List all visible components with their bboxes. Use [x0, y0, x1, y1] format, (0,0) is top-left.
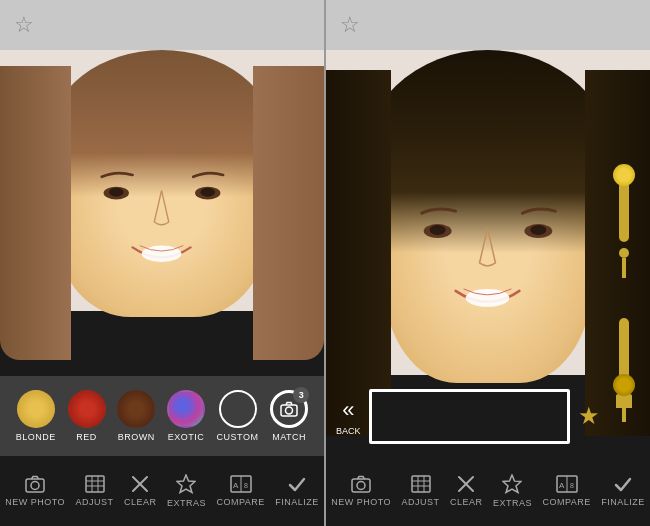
eraser-icon [612, 394, 636, 422]
toolbar-clear-left[interactable]: CLEAR [124, 475, 157, 507]
clear-icon-left [131, 475, 149, 493]
contrast-slider-track[interactable] [619, 318, 629, 388]
toolbar-compare-right[interactable]: A 8 COMPARE [542, 475, 590, 507]
svg-point-3 [200, 188, 214, 197]
contrast-slider-container [612, 318, 636, 422]
svg-point-25 [466, 289, 510, 307]
clear-label-right: CLEAR [450, 497, 483, 507]
svg-rect-9 [86, 476, 104, 492]
new-photo-label-left: NEW PHOTO [5, 497, 65, 507]
toolbar-extras-left[interactable]: EXTRAS [167, 474, 206, 508]
back-arrows-icon: « [342, 397, 354, 423]
toolbar-new-photo-left[interactable]: NEW PHOTO [5, 475, 65, 507]
custom-circle[interactable] [219, 390, 257, 428]
brown-circle[interactable] [117, 390, 155, 428]
svg-point-27 [357, 482, 365, 490]
left-top-bar: ☆ [0, 0, 324, 50]
back-button[interactable]: « BACK [336, 397, 361, 436]
svg-point-1 [109, 188, 123, 197]
finalize-icon-right [614, 475, 632, 493]
right-top-bar: ☆ [326, 0, 650, 50]
toolbar-adjust-right[interactable]: ADJUST [402, 475, 440, 507]
right-panel: ☆ [326, 0, 650, 526]
svg-text:8: 8 [570, 482, 574, 489]
toolbar-finalize-right[interactable]: FINALIZE [601, 475, 645, 507]
color-swatch-box[interactable] [369, 389, 570, 444]
compare-label-left: COMPARE [216, 497, 264, 507]
red-label: RED [76, 432, 97, 442]
match-circle[interactable]: 3 [270, 390, 308, 428]
left-photo-area [0, 50, 324, 376]
brightness-slider-container [612, 172, 636, 278]
match-camera-icon [280, 401, 298, 417]
favorite-icon-left[interactable]: ☆ [14, 12, 34, 38]
swatch-favorite-button[interactable]: ★ [578, 402, 600, 430]
blonde-circle[interactable] [17, 390, 55, 428]
right-bottom-toolbar: NEW PHOTO ADJUST CLEAR EXTRAS [326, 456, 650, 526]
exotic-label: EXOTIC [168, 432, 205, 442]
svg-text:A: A [559, 481, 565, 490]
color-option-custom[interactable]: CUSTOM [217, 390, 259, 442]
color-option-brown[interactable]: BROWN [117, 390, 155, 442]
back-label: BACK [336, 426, 361, 436]
svg-point-22 [430, 225, 446, 235]
brightness-slider-track[interactable] [619, 172, 629, 242]
svg-point-4 [142, 246, 182, 262]
svg-text:A: A [233, 481, 239, 490]
camera-icon-left [25, 475, 45, 493]
toolbar-adjust-left[interactable]: ADJUST [76, 475, 114, 507]
custom-label: CUSTOM [217, 432, 259, 442]
color-option-exotic[interactable]: EXOTIC [167, 390, 205, 442]
svg-text:8: 8 [244, 482, 248, 489]
color-option-blonde[interactable]: BLONDE [16, 390, 56, 442]
brown-label: BROWN [118, 432, 155, 442]
toolbar-clear-right[interactable]: CLEAR [450, 475, 483, 507]
color-picker-row: « BACK ★ [336, 386, 600, 446]
left-bottom-toolbar: NEW PHOTO ADJUST CLEAR EXTRAS [0, 456, 324, 526]
compare-icon-left: A 8 [230, 475, 252, 493]
clear-label-left: CLEAR [124, 497, 157, 507]
color-option-red[interactable]: RED [68, 390, 106, 442]
face-features-left [0, 50, 324, 376]
finalize-label-right: FINALIZE [601, 497, 645, 507]
extras-label-right: EXTRAS [493, 498, 532, 508]
contrast-slider-handle[interactable] [613, 374, 635, 396]
new-photo-label-right: NEW PHOTO [331, 497, 391, 507]
match-label: MATCH [272, 432, 306, 442]
color-option-match[interactable]: 3 MATCH [270, 390, 308, 442]
toolbar-new-photo-right[interactable]: NEW PHOTO [331, 475, 391, 507]
svg-marker-16 [177, 475, 195, 493]
brightness-slider-handle[interactable] [613, 164, 635, 186]
exotic-circle[interactable] [167, 390, 205, 428]
clear-icon-right [457, 475, 475, 493]
compare-icon-right: A 8 [556, 475, 578, 493]
adjust-label-right: ADJUST [402, 497, 440, 507]
finalize-icon-left [288, 475, 306, 493]
extras-icon-right [502, 474, 522, 494]
toolbar-compare-left[interactable]: A 8 COMPARE [216, 475, 264, 507]
adjust-icon-right [411, 475, 431, 493]
left-panel: ☆ [0, 0, 324, 526]
camera-icon-right [351, 475, 371, 493]
color-options-bar: BLONDE RED BROWN EXOTIC CUSTOM 3 [0, 376, 324, 456]
adjust-icon-left [85, 475, 105, 493]
toolbar-finalize-left[interactable]: FINALIZE [275, 475, 319, 507]
extras-icon-left [176, 474, 196, 494]
svg-point-8 [31, 482, 39, 490]
toolbar-extras-right[interactable]: EXTRAS [493, 474, 532, 508]
brush-icon [612, 248, 636, 278]
right-photo-area: « BACK ★ [326, 50, 650, 456]
favorite-icon-right[interactable]: ☆ [340, 12, 360, 38]
match-badge: 3 [293, 387, 309, 403]
svg-marker-35 [503, 475, 521, 493]
svg-point-24 [530, 225, 546, 235]
compare-label-right: COMPARE [542, 497, 590, 507]
svg-point-6 [286, 407, 293, 414]
adjust-label-left: ADJUST [76, 497, 114, 507]
extras-label-left: EXTRAS [167, 498, 206, 508]
finalize-label-left: FINALIZE [275, 497, 319, 507]
svg-rect-28 [412, 476, 430, 492]
right-sliders [612, 172, 636, 422]
red-circle[interactable] [68, 390, 106, 428]
blonde-label: BLONDE [16, 432, 56, 442]
